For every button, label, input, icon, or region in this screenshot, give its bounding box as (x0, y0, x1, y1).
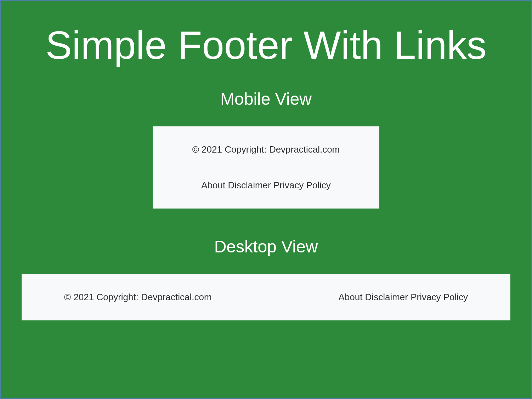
mobile-footer-links: About Disclaimer Privacy Policy (201, 180, 331, 191)
mobile-disclaimer-link[interactable]: Disclaimer (228, 180, 271, 190)
desktop-copyright-text: © 2021 Copyright: Devpractical.com (64, 292, 212, 303)
desktop-footer-links: About Disclaimer Privacy Policy (338, 292, 468, 303)
mobile-view-heading: Mobile View (220, 89, 312, 109)
desktop-privacy-link[interactable]: Privacy Policy (411, 292, 468, 302)
desktop-disclaimer-link[interactable]: Disclaimer (365, 292, 408, 302)
mobile-about-link[interactable]: About (201, 180, 225, 190)
desktop-view-heading: Desktop View (214, 237, 318, 256)
mobile-copyright-text: © 2021 Copyright: Devpractical.com (192, 144, 340, 155)
desktop-footer-container: © 2021 Copyright: Devpractical.com About… (22, 274, 510, 320)
page-title: Simple Footer With Links (46, 22, 487, 68)
desktop-about-link[interactable]: About (338, 292, 362, 302)
mobile-footer-container: © 2021 Copyright: Devpractical.com About… (153, 126, 379, 209)
mobile-privacy-link[interactable]: Privacy Policy (273, 180, 331, 190)
